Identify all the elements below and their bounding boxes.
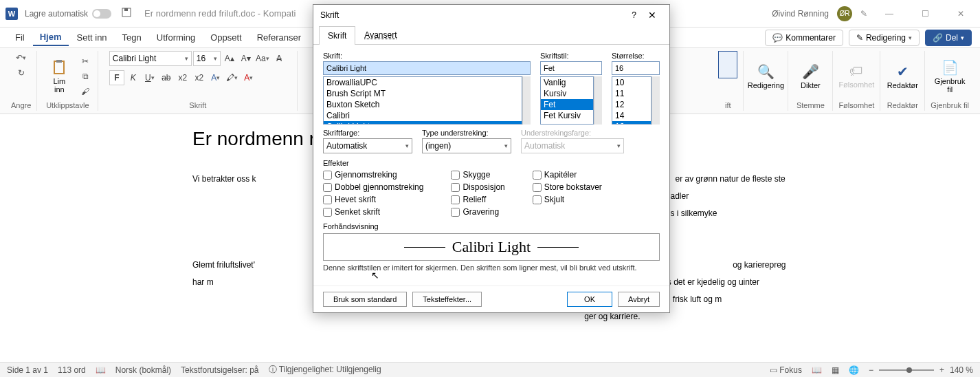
superscript-button[interactable]: x2 bbox=[192, 70, 207, 85]
dialog-close-button[interactable]: ✕ bbox=[642, 5, 662, 25]
size-option[interactable]: 12 bbox=[612, 99, 651, 110]
text-effects-icon[interactable]: A▾ bbox=[208, 70, 223, 85]
style-option[interactable]: Fet Kursiv bbox=[541, 110, 593, 121]
font-list-scrollbar[interactable] bbox=[522, 76, 531, 125]
font-style-listbox[interactable]: Vanlig Kursiv Fet Fet Kursiv bbox=[540, 76, 594, 125]
font-size-combo[interactable]: 16▾ bbox=[193, 51, 221, 66]
del-button[interactable]: 🔗 Del ▾ bbox=[925, 30, 972, 46]
font-style-input[interactable] bbox=[540, 61, 602, 75]
cut-icon[interactable]: ✂ bbox=[78, 54, 92, 68]
redigering-button[interactable]: 🔍Redigering bbox=[749, 54, 782, 98]
status-spell-icon[interactable]: 📖 bbox=[96, 365, 106, 375]
tab-referanser[interactable]: Referanser bbox=[250, 30, 308, 45]
zoom-value[interactable]: 140 % bbox=[950, 365, 973, 375]
underline-button[interactable]: U▾ bbox=[142, 70, 157, 85]
chk-relieff[interactable]: Relieff bbox=[451, 195, 504, 204]
undo-icon[interactable]: ↶▾ bbox=[14, 51, 28, 65]
size-option[interactable]: 11 bbox=[612, 88, 651, 99]
dialog-tab-skrift[interactable]: Skrift bbox=[319, 26, 355, 45]
pen-icon[interactable]: ✎ bbox=[860, 9, 867, 19]
strike-button[interactable]: ab bbox=[159, 70, 174, 85]
status-words[interactable]: 113 ord bbox=[58, 365, 86, 375]
style-option-selected[interactable]: Fet bbox=[541, 99, 593, 110]
chk-skygge[interactable]: Skygge bbox=[451, 170, 504, 180]
font-name-input[interactable] bbox=[323, 61, 531, 75]
view-web-icon[interactable]: 🌐 bbox=[849, 365, 859, 375]
minimize-button[interactable]: — bbox=[876, 3, 903, 24]
size-list-scrollbar[interactable] bbox=[652, 76, 660, 125]
view-print-icon[interactable]: ▦ bbox=[832, 365, 839, 375]
chk-skjult[interactable]: Skjult bbox=[533, 195, 602, 204]
font-option-selected[interactable]: Calibri Light bbox=[324, 121, 522, 125]
font-option[interactable]: Buxton Sketch bbox=[324, 99, 522, 110]
redaktor-button[interactable]: ✔Redaktør bbox=[886, 54, 919, 98]
copy-icon[interactable]: ⧉ bbox=[78, 69, 92, 83]
chk-gravering[interactable]: Gravering bbox=[451, 207, 504, 217]
chk-kapiteler[interactable]: Kapitéler bbox=[533, 170, 602, 180]
font-option[interactable]: Calibri bbox=[324, 110, 522, 121]
style-option[interactable]: Vanlig bbox=[541, 77, 593, 88]
dikter-button[interactable]: 🎤Dikter bbox=[794, 54, 827, 98]
paste-button[interactable]: Lim inn bbox=[43, 54, 76, 98]
btn-avbryt[interactable]: Avbryt bbox=[618, 292, 660, 307]
redo-icon[interactable]: ↻ bbox=[14, 66, 28, 80]
status-lang[interactable]: Norsk (bokmål) bbox=[115, 365, 171, 375]
underline-type-combo[interactable]: (ingen)▾ bbox=[422, 138, 511, 153]
dialog-help-button[interactable]: ? bbox=[632, 10, 636, 20]
zoom-slider[interactable] bbox=[879, 369, 934, 371]
shrink-font-icon[interactable]: A▾ bbox=[238, 51, 254, 66]
status-acc[interactable]: ⓘ Tilgjengelighet: Utilgjengelig bbox=[269, 364, 381, 376]
bold-button[interactable]: F bbox=[109, 70, 124, 85]
chk-gjennomstreking[interactable]: Gjennomstreking bbox=[323, 170, 423, 180]
save-icon[interactable] bbox=[121, 7, 132, 20]
btn-ok[interactable]: OK bbox=[567, 292, 612, 307]
tab-fil[interactable]: Fil bbox=[8, 30, 32, 45]
chk-senket[interactable]: Senket skrift bbox=[323, 207, 423, 217]
status-pred[interactable]: Tekstforutsigelser: på bbox=[181, 365, 258, 375]
size-option[interactable]: 14 bbox=[612, 110, 651, 121]
font-option[interactable]: Brush Script MT bbox=[324, 88, 522, 99]
style-list-scrollbar[interactable] bbox=[594, 76, 602, 125]
font-name-listbox[interactable]: BrowalliaUPC Brush Script MT Buxton Sket… bbox=[323, 76, 522, 125]
clear-format-icon[interactable]: A̶ bbox=[271, 51, 287, 66]
status-fokus[interactable]: ▭ Fokus bbox=[770, 365, 802, 375]
font-color-combo[interactable]: Automatisk▾ bbox=[323, 138, 412, 153]
chk-store[interactable]: Store bokstaver bbox=[533, 182, 602, 192]
chk-disposisjon[interactable]: Disposisjon bbox=[451, 182, 504, 192]
gjenbruk-button[interactable]: 📄Gjenbruk fil bbox=[933, 54, 966, 98]
autosave-toggle[interactable] bbox=[92, 9, 111, 19]
font-color-icon[interactable]: A▾ bbox=[241, 70, 256, 85]
size-option-selected[interactable]: 16 bbox=[612, 121, 651, 125]
redigering-mode-button[interactable]: ✎ Redigering ▾ bbox=[849, 30, 920, 46]
tab-hjem[interactable]: Hjem bbox=[33, 29, 69, 46]
format-painter-icon[interactable]: 🖌 bbox=[78, 85, 92, 98]
tab-utforming[interactable]: Utforming bbox=[150, 30, 202, 45]
style-option[interactable]: Kursiv bbox=[541, 88, 593, 99]
close-window-button[interactable]: ✕ bbox=[947, 3, 975, 24]
styles-gallery[interactable] bbox=[718, 51, 737, 78]
status-page[interactable]: Side 1 av 1 bbox=[7, 365, 48, 375]
size-option[interactable]: 10 bbox=[612, 77, 651, 88]
font-size-input[interactable] bbox=[612, 61, 660, 75]
zoom-in-icon[interactable]: + bbox=[939, 365, 944, 375]
font-size-listbox[interactable]: 10 11 12 14 16 bbox=[612, 76, 652, 125]
kommentarer-button[interactable]: 💬 Kommentarer bbox=[765, 30, 843, 46]
maximize-button[interactable]: ☐ bbox=[911, 3, 939, 24]
tab-oppsett[interactable]: Oppsett bbox=[203, 30, 249, 45]
grow-font-icon[interactable]: A▴ bbox=[222, 51, 237, 66]
chk-hevet[interactable]: Hevet skrift bbox=[323, 195, 423, 204]
user-avatar[interactable]: ØR bbox=[837, 6, 852, 21]
font-option[interactable]: BrowalliaUPC bbox=[324, 77, 522, 88]
folsomhet-button[interactable]: 🏷Følsomhet bbox=[840, 54, 873, 98]
tab-sett-inn[interactable]: Sett inn bbox=[70, 30, 114, 45]
btn-bruk-standard[interactable]: Bruk som standard bbox=[323, 292, 407, 307]
italic-button[interactable]: K bbox=[126, 70, 141, 85]
tab-tegn[interactable]: Tegn bbox=[115, 30, 148, 45]
view-read-icon[interactable]: 📖 bbox=[812, 365, 822, 375]
change-case-icon[interactable]: Aa▾ bbox=[255, 51, 270, 66]
subscript-button[interactable]: x2 bbox=[175, 70, 190, 85]
font-name-combo[interactable]: Calibri Light▾ bbox=[109, 51, 192, 66]
chk-dobbel[interactable]: Dobbel gjennomstreking bbox=[323, 182, 423, 192]
btn-teksteffekter[interactable]: Teksteffekter... bbox=[412, 292, 482, 307]
user-name[interactable]: Øivind Rønning bbox=[772, 9, 829, 19]
